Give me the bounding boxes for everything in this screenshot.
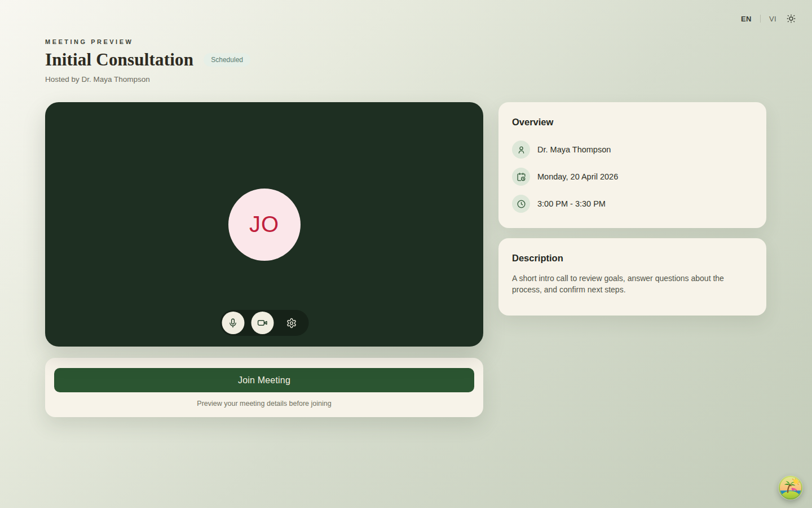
language-toggle-en[interactable]: EN: [740, 14, 753, 24]
gear-icon: [286, 318, 297, 329]
overview-time-text: 3:00 PM - 3:30 PM: [537, 199, 606, 208]
join-card: Join Meeting Preview your meeting detail…: [45, 358, 483, 417]
language-divider: [760, 15, 761, 23]
camera-button[interactable]: [251, 312, 273, 334]
video-preview: JO: [45, 102, 483, 347]
calendar-clock-icon: [512, 168, 530, 186]
description-body: A short intro call to review goals, answ…: [512, 273, 738, 296]
eyebrow-label: MEETING PREVIEW: [45, 38, 250, 45]
sun-icon: [786, 14, 796, 24]
tropical-island-logo[interactable]: [778, 475, 803, 500]
topbar: EN VI: [740, 12, 797, 25]
overview-row-host: Dr. Maya Thompson: [512, 141, 753, 159]
settings-button[interactable]: [280, 312, 303, 334]
description-heading: Description: [512, 253, 753, 264]
mic-icon: [228, 318, 239, 329]
microphone-button[interactable]: [222, 312, 244, 334]
page-title: Initial Consultation: [45, 50, 193, 70]
meeting-preview-page: EN VI MEETING PREVIEW Initial Consultati…: [0, 0, 812, 508]
video-camera-icon: [257, 317, 268, 329]
overview-row-date: Monday, 20 April 2026: [512, 168, 753, 186]
overview-heading: Overview: [512, 117, 753, 128]
right-column: Overview Dr. Maya Thompson: [498, 102, 766, 316]
overview-host-text: Dr. Maya Thompson: [537, 145, 611, 154]
join-note: Preview your meeting details before join…: [54, 400, 474, 408]
media-controls-bar: [220, 310, 308, 336]
overview-card: Overview Dr. Maya Thompson: [498, 102, 766, 228]
page-header: MEETING PREVIEW Initial Consultation Sch…: [45, 38, 250, 84]
clock-icon: [512, 195, 530, 213]
overview-date-text: Monday, 20 April 2026: [537, 172, 618, 181]
user-icon: [512, 141, 530, 159]
join-meeting-button[interactable]: Join Meeting: [54, 368, 474, 392]
left-column: JO: [45, 102, 483, 417]
avatar: JO: [228, 189, 301, 261]
host-line: Hosted by Dr. Maya Thompson: [45, 75, 250, 84]
overview-row-time: 3:00 PM - 3:30 PM: [512, 195, 753, 213]
description-card: Description A short intro call to review…: [498, 238, 766, 316]
status-badge: Scheduled: [204, 53, 250, 67]
language-toggle-vi[interactable]: VI: [768, 14, 778, 24]
theme-toggle-button[interactable]: [785, 12, 797, 25]
